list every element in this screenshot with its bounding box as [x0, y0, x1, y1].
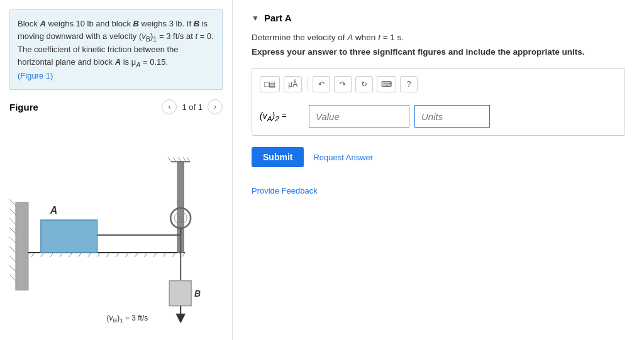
- svg-line-2: [9, 209, 16, 215]
- svg-line-4: [9, 228, 16, 234]
- svg-line-25: [163, 253, 166, 257]
- help-icon: ?: [407, 80, 411, 89]
- input-row: (vA)2 =: [260, 105, 617, 128]
- prev-nav-button[interactable]: ‹: [162, 99, 177, 114]
- figure-header: Figure ‹ 1 of 1 ›: [9, 99, 223, 114]
- redo-icon: ↷: [340, 80, 346, 89]
- refresh-icon: ↻: [361, 80, 367, 89]
- svg-text:A: A: [50, 205, 58, 216]
- matrix-button[interactable]: □▤: [260, 76, 280, 92]
- keyboard-icon: ⌨: [381, 80, 392, 89]
- next-nav-button[interactable]: ›: [208, 99, 223, 114]
- instruction-text: Express your answer to three significant…: [252, 47, 625, 57]
- svg-line-19: [107, 253, 110, 257]
- svg-line-35: [183, 157, 186, 162]
- svg-line-22: [135, 253, 138, 257]
- svg-rect-43: [169, 281, 191, 306]
- svg-line-34: [178, 157, 181, 162]
- provide-feedback-link[interactable]: Provide Feedback: [252, 186, 625, 195]
- figure-svg: A: [9, 121, 223, 334]
- help-button[interactable]: ?: [400, 76, 418, 92]
- svg-line-15: [69, 253, 72, 257]
- svg-line-24: [153, 253, 157, 257]
- figure-nav: ‹ 1 of 1 ›: [162, 99, 223, 114]
- part-arrow-icon: ▼: [252, 14, 259, 23]
- svg-point-38: [178, 216, 183, 221]
- right-panel: ▼ Part A Determine the velocity of A whe…: [233, 0, 644, 340]
- toolbar-separator: [307, 78, 308, 90]
- block-a-label: A: [40, 19, 45, 28]
- part-label: Part A: [264, 13, 292, 23]
- figure-count: 1 of 1: [182, 102, 203, 112]
- mu-a-icon: μÂ: [288, 80, 297, 89]
- svg-line-33: [173, 157, 176, 162]
- svg-line-9: [9, 275, 16, 281]
- question-text: Determine the velocity of A when t = 1 s…: [252, 33, 625, 42]
- svg-rect-28: [41, 220, 97, 253]
- figure-link[interactable]: (Figure 1): [18, 71, 53, 80]
- svg-text:B: B: [194, 288, 201, 299]
- svg-line-16: [79, 253, 82, 257]
- figure-image: A: [9, 121, 223, 334]
- value-input[interactable]: [309, 105, 409, 128]
- svg-line-21: [125, 253, 128, 257]
- svg-line-3: [9, 218, 16, 224]
- part-header: ▼ Part A: [252, 13, 625, 23]
- undo-icon: ↶: [318, 80, 325, 89]
- keyboard-button[interactable]: ⌨: [377, 76, 396, 92]
- svg-rect-0: [16, 202, 28, 290]
- svg-line-5: [9, 237, 16, 243]
- left-panel: Block A weighs 10 lb and block B weighs …: [0, 0, 233, 340]
- svg-text:(vB)1 = 3 ft/s: (vB)1 = 3 ft/s: [107, 314, 148, 324]
- submit-button[interactable]: Submit: [252, 147, 304, 167]
- undo-button[interactable]: ↶: [313, 76, 330, 92]
- figure-section: Figure ‹ 1 of 1 ›: [0, 99, 232, 340]
- equation-label: (vA)2 =: [260, 111, 304, 123]
- mu-a-button[interactable]: μÂ: [284, 76, 302, 92]
- svg-line-6: [9, 246, 16, 253]
- action-row: Submit Request Answer: [252, 147, 625, 167]
- redo-button[interactable]: ↷: [334, 76, 352, 92]
- matrix-icon: □▤: [264, 80, 275, 89]
- units-input[interactable]: [414, 105, 490, 128]
- svg-line-27: [182, 253, 185, 257]
- svg-line-20: [116, 253, 119, 257]
- svg-line-14: [60, 253, 63, 257]
- problem-statement: Block A weighs 10 lb and block B weighs …: [9, 9, 223, 90]
- svg-line-32: [168, 157, 171, 162]
- svg-line-18: [97, 253, 101, 257]
- svg-line-17: [88, 253, 91, 257]
- answer-box: □▤ μÂ ↶ ↷ ↻ ⌨ ? (vA)2 =: [252, 68, 625, 136]
- svg-line-36: [187, 157, 190, 162]
- block-b-label: B: [133, 19, 139, 28]
- toolbar: □▤ μÂ ↶ ↷ ↻ ⌨ ?: [260, 76, 617, 97]
- figure-title: Figure: [9, 102, 38, 112]
- svg-line-13: [50, 253, 53, 257]
- svg-line-1: [9, 199, 16, 206]
- svg-line-11: [31, 253, 35, 257]
- request-answer-link[interactable]: Request Answer: [313, 153, 373, 162]
- svg-line-26: [172, 253, 175, 257]
- svg-line-12: [41, 253, 44, 257]
- svg-line-23: [144, 253, 147, 257]
- refresh-button[interactable]: ↻: [355, 76, 373, 92]
- svg-line-7: [9, 256, 16, 262]
- svg-line-8: [9, 265, 16, 271]
